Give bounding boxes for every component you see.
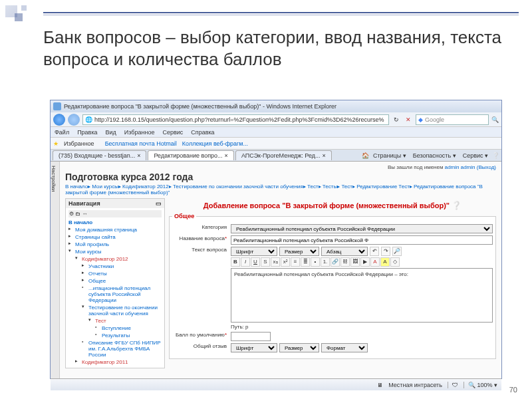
address-bar[interactable]: 🌐 http://192.168.0.15/question/question.… [82,114,389,125]
editor-path: Путь: p [231,324,493,330]
nav-my-home[interactable]: Моя домашняя страница [68,226,162,233]
nav-course[interactable]: Кодификатор 2012 Участники Отчеты Общее … [75,255,162,358]
fav-link-hotmail[interactable]: Бесплатная почта Hotmail [105,140,177,147]
italic-button[interactable]: I [241,257,250,267]
bgcolor-button[interactable]: A [380,257,390,267]
nav-fgbu[interactable]: Описание ФГБУ СПб НИПИР им. Г.А.Альбрехт… [82,339,162,358]
undo-button[interactable]: ↶ [370,247,379,256]
home-icon[interactable]: 🏠 [362,152,369,159]
align-left-button[interactable]: ≡ [291,257,300,267]
label-score: Балл по умолчанию* [172,332,227,341]
nav-test[interactable]: Тест Вступление Результаты [88,317,162,339]
menu-file[interactable]: Файл [55,129,69,136]
divider [43,15,519,15]
tab-edit-question[interactable]: Редактирование вопро...× [148,150,233,160]
fb-select-font[interactable]: Шрифт [231,343,277,352]
input-question-name[interactable] [231,235,493,245]
help-icon[interactable]: ❔ [492,152,499,159]
menu-edit[interactable]: Правка [77,129,97,136]
settings-side-tab[interactable]: Настройки [51,162,60,378]
input-default-mark[interactable] [231,332,271,341]
toolbar-pages[interactable]: Страницы ▾ [373,152,406,159]
image-button[interactable]: 🖼 [350,257,360,267]
color-button[interactable]: A [370,257,380,267]
sub-button[interactable]: x₂ [271,257,280,267]
search-box[interactable]: ◆ Google [416,114,489,125]
editor-body[interactable]: Реабилитационный потенциал субъекта Росс… [231,268,493,323]
strike-button[interactable]: S [261,257,270,267]
sup-button[interactable]: x² [281,257,290,267]
list-button[interactable]: • [311,257,320,267]
redo-button[interactable]: ↷ [381,247,390,256]
refresh-button[interactable]: ↻ [392,116,401,123]
fb-select-format[interactable]: Формат [321,343,368,352]
toolbar-service[interactable]: Сервис ▾ [463,152,488,159]
underline-button[interactable]: U [251,257,260,267]
back-button[interactable] [53,114,65,126]
breadcrumb[interactable]: В начало▸ Мои курсы▸ Кодификатор 2012▸ Т… [65,184,496,196]
login-info: Вы зашли под именем admin admin (Выход) [65,164,496,170]
nav-reports[interactable]: Отчеты [82,270,162,277]
zone-icon: 🖥 [377,382,383,388]
browser-window: Редактирование вопроса "В закрытой форме… [50,100,502,379]
nav-intro[interactable]: Вступление [95,325,162,332]
menu-tools[interactable]: Сервис [162,129,183,136]
main-form-area: Добавление вопроса "В закрытой форме (мн… [169,198,496,371]
select-font[interactable]: Шрифт [231,247,277,256]
favorites-bar: ★ Избранное Бесплатная почта Hotmail Кол… [51,138,501,150]
zone-label: Местная интрасеть [388,382,442,388]
page-favicon [53,102,61,110]
favorites-label[interactable]: Избранное [64,140,94,147]
close-icon[interactable]: × [225,152,228,159]
select-size[interactable]: Размер [279,247,319,256]
nav-home[interactable]: В начало [68,219,162,226]
form-heading: Добавление вопроса "В закрытой форме (мн… [169,201,496,210]
nav-codifier-2011[interactable]: Кодификатор 2011 [75,358,162,366]
nav-site-pages[interactable]: Страницы сайта [68,233,162,241]
toolbar-security[interactable]: Безопасность ▾ [413,152,456,159]
nav-my-courses[interactable]: Мои курсы Кодификатор 2012 Участники Отч… [68,248,162,366]
bold-button[interactable]: B [231,257,240,267]
menu-view[interactable]: Вид [106,129,116,136]
find-button[interactable]: 🔎 [392,247,402,256]
unlink-button[interactable]: ⛓ [340,257,350,267]
nav-topic-testing[interactable]: Тестирование по окончании заочной части … [82,304,162,339]
fb-select-size[interactable]: Размер [279,343,319,352]
feedback-toolbar: Шрифт Размер Формат [231,343,493,352]
nav-topic-rehab[interactable]: ...итационный потенциал субъекта Российс… [82,285,162,304]
help-icon[interactable]: ❔ [452,201,462,210]
search-placeholder: Google [425,116,444,123]
zoom-control[interactable]: 🔍 100% ▾ [464,382,497,388]
close-icon[interactable]: × [322,152,325,159]
stop-button[interactable]: ✕ [404,116,413,123]
slide-decoration [5,5,39,39]
search-button[interactable]: 🔍 [491,116,499,123]
protected-mode-icon[interactable]: 🛡 [448,382,458,388]
nav-my-profile[interactable]: Мой профиль [68,241,162,248]
user-link[interactable]: admin admin [445,164,475,170]
align-center-button[interactable]: ≣ [301,257,310,267]
tab-apsek[interactable]: АПСЭк-ПрогеМенедж: Ред...× [235,150,332,160]
select-category[interactable]: Реабилитационный потенциал субъекта Росс… [231,224,493,233]
window-titlebar[interactable]: Редактирование вопроса "В закрытой форме… [51,100,501,112]
tab-inbox[interactable]: (735) Входящие - besstjan...× [53,150,146,160]
nav-general[interactable]: Общее [82,277,162,285]
fav-link-gallery[interactable]: Коллекция веб-фрагм... [182,140,248,147]
favorites-star-icon[interactable]: ★ [53,140,59,147]
nav-results[interactable]: Результаты [95,332,162,339]
nav-toolbar: 🌐 http://192.168.0.15/question/question.… [51,112,501,127]
collapse-icon[interactable]: ▭ [156,200,162,207]
html-button[interactable]: ◇ [390,257,400,267]
nav-participants[interactable]: Участники [82,263,162,270]
nav-block-header[interactable]: Навигация▭ [66,199,164,208]
numlist-button[interactable]: 1. [321,257,330,267]
logout-link[interactable]: (Выход) [477,164,496,170]
select-para[interactable]: Абзац [321,247,368,256]
menu-help[interactable]: Справка [191,129,214,136]
menu-favorites[interactable]: Избранное [124,129,155,136]
page-number: 70 [509,386,517,394]
forward-button[interactable] [68,114,80,126]
close-icon[interactable]: × [137,152,140,159]
media-button[interactable]: ▶ [360,257,370,267]
link-button[interactable]: 🔗 [331,257,340,267]
